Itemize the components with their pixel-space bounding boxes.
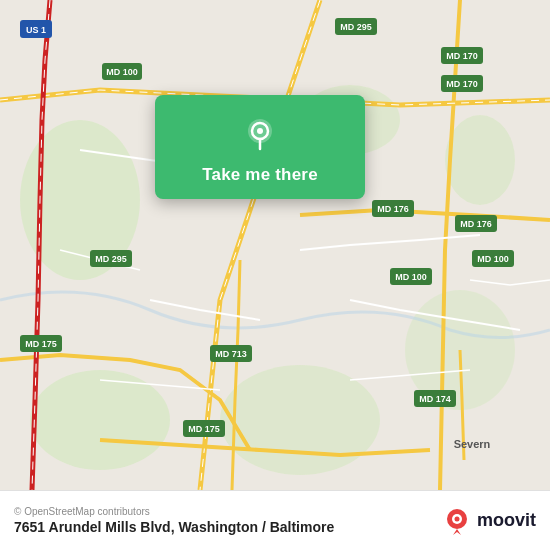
svg-text:MD 175: MD 175: [25, 339, 57, 349]
bottom-bar: © OpenStreetMap contributors 7651 Arunde…: [0, 490, 550, 550]
svg-text:MD 170: MD 170: [446, 79, 478, 89]
app: US 1 MD 100 MD 295 MD 170 MD 170 MD 176 …: [0, 0, 550, 550]
location-card[interactable]: Take me there: [155, 95, 365, 199]
svg-point-42: [454, 516, 459, 521]
svg-text:MD 176: MD 176: [377, 204, 409, 214]
address-text: 7651 Arundel Mills Blvd, Washington / Ba…: [14, 519, 334, 535]
svg-text:MD 176: MD 176: [460, 219, 492, 229]
svg-text:MD 100: MD 100: [106, 67, 138, 77]
svg-point-39: [257, 128, 263, 134]
svg-text:US 1: US 1: [26, 25, 46, 35]
take-me-there-button[interactable]: Take me there: [202, 165, 318, 185]
svg-text:MD 170: MD 170: [446, 51, 478, 61]
svg-text:MD 295: MD 295: [340, 22, 372, 32]
svg-text:MD 174: MD 174: [419, 394, 451, 404]
moovit-brand-icon: [443, 507, 471, 535]
svg-text:MD 175: MD 175: [188, 424, 220, 434]
svg-point-6: [220, 365, 380, 475]
svg-text:MD 100: MD 100: [477, 254, 509, 264]
svg-text:Severn: Severn: [454, 438, 491, 450]
svg-point-5: [30, 370, 170, 470]
svg-text:MD 713: MD 713: [215, 349, 247, 359]
address-block: © OpenStreetMap contributors 7651 Arunde…: [14, 506, 334, 535]
map-attribution: © OpenStreetMap contributors: [14, 506, 334, 517]
svg-text:MD 295: MD 295: [95, 254, 127, 264]
svg-point-4: [445, 115, 515, 205]
map-area: US 1 MD 100 MD 295 MD 170 MD 170 MD 176 …: [0, 0, 550, 490]
pin-icon: [238, 111, 282, 155]
svg-text:MD 100: MD 100: [395, 272, 427, 282]
moovit-brand-text: moovit: [477, 510, 536, 531]
moovit-logo: moovit: [443, 507, 536, 535]
